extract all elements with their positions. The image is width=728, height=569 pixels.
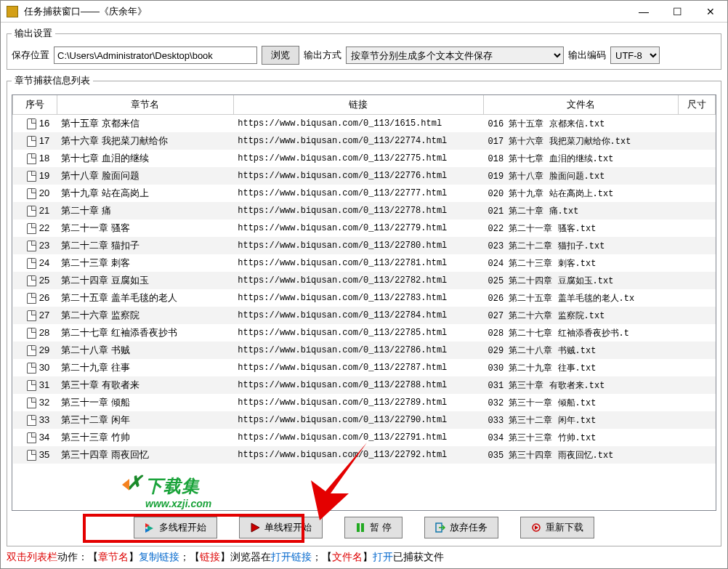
cell-size [679,185,716,202]
cell-size [679,132,716,150]
singlethread-start-button[interactable]: 单线程开始 [239,517,323,538]
pause-icon [355,522,365,533]
table-row[interactable]: 22第二十一章 骚客https://www.biqusan.com/0_113/… [13,219,716,237]
cell-size [679,359,716,376]
abandon-button[interactable]: 放弃任务 [424,517,498,538]
col-no-header[interactable]: 序号 [13,95,57,115]
table-row[interactable]: 29第二十八章 书贼https://www.biqusan.com/0_113/… [13,342,716,359]
table-row[interactable]: 28第二十七章 红袖添香夜抄书https://www.biqusan.com/0… [13,324,716,342]
action-buttons-row: 多线程开始 单线程开始 暂 停 放弃任务 [12,511,716,541]
play-multi-icon [145,522,155,533]
col-link-header[interactable]: 链接 [233,95,483,115]
table-row[interactable]: 30第二十九章 往事https://www.biqusan.com/0_113/… [13,359,716,376]
table-row[interactable]: 18第十七章 血泪的继续https://www.biqusan.com/0_11… [13,150,716,167]
table-row[interactable]: 16第十五章 京都来信https://www.biqusan.com/0_113… [13,115,716,133]
cell-no: 25 [13,272,57,289]
output-mode-select[interactable]: 按章节分别生成多个文本文件保存 [346,47,564,64]
multithread-start-button[interactable]: 多线程开始 [134,517,217,538]
cell-link: https://www.biqusan.com/0_113/22782.html [233,272,483,289]
table-row[interactable]: 19第十八章 脸面问题https://www.biqusan.com/0_113… [13,167,716,185]
cell-file: 024 第二十三章 刺客.txt [484,254,679,272]
table-row[interactable]: 24第二十三章 刺客https://www.biqusan.com/0_113/… [13,254,716,272]
cell-size [679,394,716,411]
save-location-input[interactable] [54,47,257,64]
cell-file: 029 第二十八章 书贼.txt [484,342,679,359]
hint-t8: 】浏览器在 [220,551,271,562]
chapter-table: 序号 章节名 链接 文件名 尺寸 16第十五章 京都来信https://www.… [12,95,716,464]
titlebar-buttons: — ☐ ✕ [627,1,727,23]
cell-file: 026 第二十五章 盖羊毛毯的老人.tx [484,289,679,307]
cell-size [679,219,716,237]
document-icon [27,345,36,356]
cell-chapter: 第三十二章 闲年 [57,411,233,429]
table-row[interactable]: 35第三十四章 雨夜回忆https://www.biqusan.com/0_11… [13,446,716,464]
table-row[interactable]: 21第二十章 痛https://www.biqusan.com/0_113/22… [13,202,716,219]
cell-no: 18 [13,150,57,167]
hint-t14: 已捕获文件 [393,551,444,562]
singlethread-label: 单线程开始 [264,521,312,534]
hint-t1: 双击列表栏 [7,551,57,562]
table-row[interactable]: 27第二十六章 监察院https://www.biqusan.com/0_113… [13,307,716,324]
cell-file: 035 第三十四章 雨夜回忆.txt [484,446,679,464]
cell-link: https://www.biqusan.com/0_113/22792.html [233,446,483,464]
cell-link: https://www.biqusan.com/0_113/22791.html [233,429,483,446]
save-location-label: 保存位置 [12,49,49,62]
cell-no: 20 [13,185,57,202]
table-row[interactable]: 26第二十五章 盖羊毛毯的老人https://www.biqusan.com/0… [13,289,716,307]
hint-t13: 打开 [373,551,393,562]
encoding-select[interactable]: UTF-8 [610,47,660,64]
app-icon [7,6,18,17]
table-row[interactable]: 20第十九章 站在高岗上https://www.biqusan.com/0_11… [13,185,716,202]
hint-t10: ；【 [312,551,332,562]
document-icon [27,188,36,199]
cell-chapter: 第二十四章 豆腐如玉 [57,272,233,289]
cell-no: 24 [13,254,57,272]
table-row[interactable]: 17第十六章 我把菜刀献给你https://www.biqusan.com/0_… [13,132,716,150]
cell-no: 32 [13,394,57,411]
hint-t5: 复制链接 [139,551,179,562]
table-row[interactable]: 31第三十章 有歌者来https://www.biqusan.com/0_113… [13,376,716,394]
table-wrap[interactable]: 序号 章节名 链接 文件名 尺寸 16第十五章 京都来信https://www.… [12,94,716,511]
col-file-header[interactable]: 文件名 [484,95,679,115]
cell-link: https://www.biqusan.com/0_113/22775.html [233,150,483,167]
hint-t6: ；【 [179,551,200,562]
cell-no: 22 [13,219,57,237]
cell-no: 16 [13,115,57,133]
cell-link: https://www.biqusan.com/0_113/22780.html [233,237,483,254]
minimize-button[interactable]: — [627,1,660,23]
table-row[interactable]: 23第二十二章 猫扣子https://www.biqusan.com/0_113… [13,237,716,254]
document-icon [27,328,36,339]
close-button[interactable]: ✕ [694,1,727,23]
cell-chapter: 第二十二章 猫扣子 [57,237,233,254]
table-row[interactable]: 32第三十一章 倾船https://www.biqusan.com/0_113/… [13,394,716,411]
cell-size [679,307,716,324]
main-window: 任务捕获窗口——《庆余年》 — ☐ ✕ 输出设置 保存位置 浏览 输出方式 按章… [0,0,728,569]
table-row[interactable]: 34第三十三章 竹帅https://www.biqusan.com/0_113/… [13,429,716,446]
svg-rect-4 [357,523,360,532]
cell-size [679,115,716,133]
cell-file: 023 第二十二章 猫扣子.txt [484,237,679,254]
cell-size [679,254,716,272]
pause-button[interactable]: 暂 停 [344,517,403,538]
table-row[interactable]: 25第二十四章 豆腐如玉https://www.biqusan.com/0_11… [13,272,716,289]
cell-chapter: 第二十八章 书贼 [57,342,233,359]
col-chapter-header[interactable]: 章节名 [57,95,233,115]
cell-link: https://www.biqusan.com/0_113/22787.html [233,359,483,376]
cell-file: 032 第三十一章 倾船.txt [484,394,679,411]
cell-link: https://www.biqusan.com/0_113/22778.html [233,202,483,219]
abandon-label: 放弃任务 [450,521,488,534]
document-icon [27,450,36,461]
document-icon [27,310,36,321]
chapter-list-group: 章节捕获信息列表 序号 章节名 链接 文件名 尺寸 16第十五章 京都来信htt… [7,74,721,546]
redownload-button[interactable]: 重新下载 [520,517,594,538]
browse-button[interactable]: 浏览 [262,46,299,65]
cell-link: https://www.biqusan.com/0_113/22774.html [233,132,483,150]
col-size-header[interactable]: 尺寸 [679,95,716,115]
cell-chapter: 第三十一章 倾船 [57,394,233,411]
cell-no: 28 [13,324,57,342]
table-row[interactable]: 33第三十二章 闲年https://www.biqusan.com/0_113/… [13,411,716,429]
cell-file: 016 第十五章 京都来信.txt [484,115,679,133]
maximize-button[interactable]: ☐ [660,1,694,23]
cell-chapter: 第二十三章 刺客 [57,254,233,272]
cell-link: https://www.biqusan.com/0_113/22788.html [233,376,483,394]
